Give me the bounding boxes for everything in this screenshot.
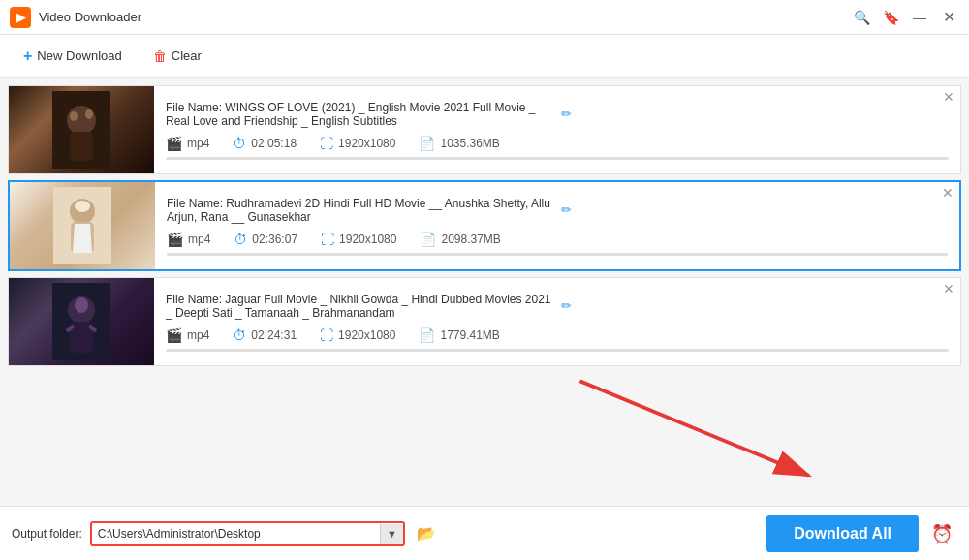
- video-filename-2: File Name: Rudhramadevi 2D Hindi Full HD…: [167, 197, 948, 224]
- video-card-1: File Name: WINGS OF LOVE (2021) _ Englis…: [8, 85, 961, 174]
- file-icon-3: 📄: [419, 327, 435, 343]
- svg-point-12: [75, 297, 88, 313]
- video-meta-2: 🎬 mp4 ⏱ 02:36:07 ⛶ 1920x1080 📄 2098.37MB: [167, 232, 948, 247]
- clock-icon-3: ⏱: [233, 327, 246, 343]
- video-thumbnail-3: [9, 278, 154, 365]
- video-thumbnail-1: [9, 86, 154, 173]
- svg-point-3: [70, 111, 78, 121]
- browse-folder-button[interactable]: 📂: [413, 520, 440, 547]
- logo-icon: ▶: [16, 11, 25, 24]
- remove-video-1[interactable]: ✕: [943, 90, 954, 104]
- edit-filename-1[interactable]: ✏: [561, 107, 949, 121]
- clock-icon-1: ⏱: [233, 136, 246, 151]
- video-info-3: File Name: Jaguar Full Movie _ Nikhil Go…: [154, 278, 960, 365]
- clear-button[interactable]: 🗑 Clear: [145, 45, 209, 68]
- app-title: Video Downloader: [39, 10, 851, 24]
- video-meta-3: 🎬 mp4 ⏱ 02:24:31 ⛶ 1920x1080 📄 1779.41MB: [166, 327, 949, 343]
- remove-video-2[interactable]: ✕: [942, 186, 953, 200]
- remove-video-3[interactable]: ✕: [943, 282, 954, 296]
- download-all-button[interactable]: Download All: [766, 515, 919, 552]
- edit-filename-3[interactable]: ✏: [561, 298, 949, 313]
- duration-1: ⏱ 02:05:18: [233, 136, 297, 151]
- format-2: 🎬 mp4: [167, 232, 210, 247]
- trash-icon: 🗑: [153, 48, 167, 64]
- video-card-2: File Name: Rudhramadevi 2D Hindi Full HD…: [8, 180, 961, 271]
- progress-bar-3: [166, 349, 949, 352]
- resolution-3: ⛶ 1920x1080: [320, 327, 395, 343]
- svg-line-16: [579, 381, 808, 476]
- progress-bar-1: [166, 157, 949, 160]
- filename-text-3: File Name: Jaguar Full Movie _ Nikhil Go…: [166, 293, 553, 320]
- resolution-1: ⛶ 1920x1080: [320, 136, 395, 151]
- format-value-1: mp4: [187, 137, 209, 150]
- resolution-value-1: 1920x1080: [338, 137, 395, 150]
- duration-3: ⏱ 02:24:31: [233, 327, 297, 343]
- annotation-arrow: [8, 372, 961, 498]
- duration-value-3: 02:24:31: [251, 328, 297, 342]
- format-value-3: mp4: [187, 328, 209, 342]
- duration-value-1: 02:05:18: [251, 137, 297, 150]
- search-icon[interactable]: 🔍: [851, 7, 872, 28]
- alarm-icon[interactable]: ⏰: [926, 518, 957, 549]
- format-value-2: mp4: [188, 233, 210, 246]
- output-folder-label: Output folder:: [12, 527, 82, 541]
- clock-icon-2: ⏱: [234, 232, 247, 247]
- video-filename-1: File Name: WINGS OF LOVE (2021) _ Englis…: [166, 101, 949, 128]
- duration-value-2: 02:36:07: [252, 233, 297, 246]
- app-logo: ▶: [10, 7, 31, 28]
- resolution-2: ⛶ 1920x1080: [321, 232, 396, 247]
- resolution-icon-2: ⛶: [321, 232, 334, 247]
- bottombar: Output folder: ▼ 📂 Download All ⏰: [0, 506, 969, 560]
- titlebar: ▶ Video Downloader 🔍 🔖 — ✕: [0, 0, 969, 35]
- film-icon-2: 🎬: [167, 232, 183, 247]
- close-button[interactable]: ✕: [938, 7, 959, 28]
- new-download-button[interactable]: + New Download: [16, 44, 130, 69]
- edit-filename-2[interactable]: ✏: [561, 202, 948, 217]
- progress-bar-2: [167, 253, 948, 256]
- format-3: 🎬 mp4: [166, 327, 209, 343]
- bookmark-icon[interactable]: 🔖: [880, 7, 901, 28]
- output-path-field[interactable]: ▼: [90, 521, 405, 546]
- clear-label: Clear: [172, 48, 202, 63]
- filesize-value-3: 1779.41MB: [440, 328, 499, 342]
- output-path-input[interactable]: [92, 523, 380, 544]
- file-icon-1: 📄: [419, 136, 435, 151]
- resolution-icon-1: ⛶: [320, 136, 333, 151]
- svg-rect-2: [70, 132, 93, 161]
- video-filename-3: File Name: Jaguar Full Movie _ Nikhil Go…: [166, 293, 949, 320]
- film-icon-1: 🎬: [166, 136, 182, 151]
- format-1: 🎬 mp4: [166, 136, 209, 151]
- new-download-label: New Download: [37, 48, 121, 63]
- duration-2: ⏱ 02:36:07: [234, 232, 297, 247]
- output-dropdown-button[interactable]: ▼: [380, 524, 403, 544]
- plus-icon: +: [23, 47, 32, 65]
- video-info-2: File Name: Rudhramadevi 2D Hindi Full HD…: [155, 182, 959, 269]
- film-icon-3: 🎬: [166, 327, 182, 343]
- resolution-value-2: 1920x1080: [339, 233, 396, 246]
- window-controls: 🔍 🔖 — ✕: [851, 7, 959, 28]
- svg-point-1: [67, 106, 96, 135]
- filesize-value-2: 2098.37MB: [441, 233, 500, 246]
- svg-point-8: [75, 201, 90, 212]
- resolution-value-3: 1920x1080: [338, 328, 395, 342]
- filesize-1: 📄 1035.36MB: [419, 136, 499, 151]
- filesize-value-1: 1035.36MB: [440, 137, 499, 150]
- filesize-3: 📄 1779.41MB: [419, 327, 499, 343]
- video-info-1: File Name: WINGS OF LOVE (2021) _ Englis…: [154, 86, 960, 173]
- empty-area: [8, 372, 961, 498]
- file-icon-2: 📄: [420, 232, 436, 247]
- svg-point-4: [85, 109, 93, 119]
- filename-text-1: File Name: WINGS OF LOVE (2021) _ Englis…: [166, 101, 553, 128]
- video-thumbnail-2: [10, 182, 155, 269]
- video-meta-1: 🎬 mp4 ⏱ 02:05:18 ⛶ 1920x1080 📄 1035.36MB: [166, 136, 949, 151]
- minimize-button[interactable]: —: [909, 7, 930, 28]
- resolution-icon-3: ⛶: [320, 327, 333, 343]
- filename-text-2: File Name: Rudhramadevi 2D Hindi Full HD…: [167, 197, 553, 224]
- toolbar: + New Download 🗑 Clear: [0, 35, 969, 78]
- main-content: File Name: WINGS OF LOVE (2021) _ Englis…: [0, 78, 969, 506]
- filesize-2: 📄 2098.37MB: [420, 232, 500, 247]
- video-card-3: File Name: Jaguar Full Movie _ Nikhil Go…: [8, 277, 961, 366]
